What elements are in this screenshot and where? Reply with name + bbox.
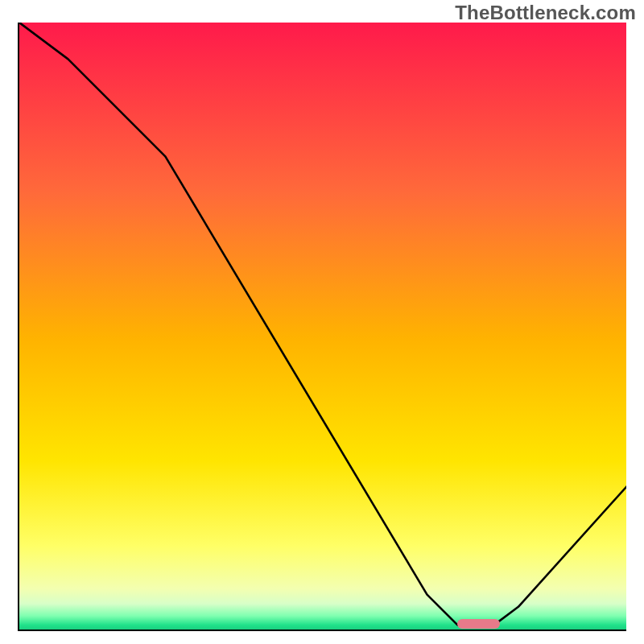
gradient-bg: [19, 23, 626, 631]
chart-frame: TheBottleneck.com: [0, 0, 644, 644]
plot-area: [18, 23, 626, 631]
plot-svg: [19, 23, 626, 631]
watermark-text: TheBottleneck.com: [455, 2, 636, 24]
min-marker: [457, 619, 500, 629]
